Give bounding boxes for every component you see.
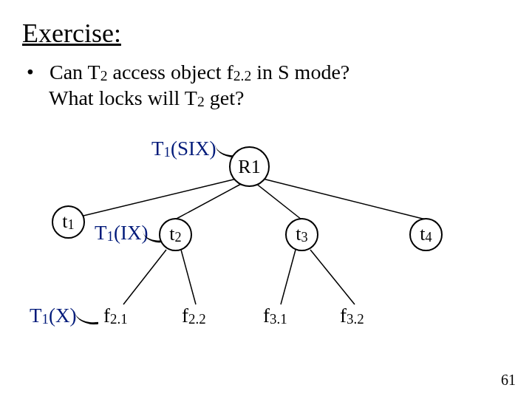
leaf-f31: f3.1 (263, 304, 287, 327)
q-line2-pre: What locks will T (49, 86, 197, 109)
svg-line-6 (281, 250, 296, 304)
svg-line-5 (181, 250, 196, 304)
q-line2-post: get? (205, 86, 245, 109)
node-R1: R1 (229, 146, 270, 187)
q-line1-sub2: 2.2 (233, 68, 252, 83)
q-line2-sub: 2 (197, 94, 205, 109)
node-t4: t4 (409, 218, 443, 251)
question-text: • Can T2 access object f2.2 in S mode? W… (27, 59, 510, 112)
svg-line-7 (310, 250, 355, 304)
slide-title: Exercise: (22, 18, 510, 49)
q-line1-sub1: 2 (100, 68, 108, 83)
q-line1-mid: access object f (108, 61, 233, 83)
svg-line-1 (175, 183, 242, 219)
q-line1-pre: Can T (50, 61, 100, 83)
node-t1: t1 (52, 205, 85, 239)
lock-label-x: T1(X) (30, 304, 76, 327)
lock-tree-diagram: T1(SIX) T1(IX) T1(X) R1 t1 t2 t3 t4 f2.1 (22, 133, 510, 377)
leaf-f21: f2.1 (103, 304, 128, 327)
svg-line-2 (256, 183, 301, 219)
page-number: 61 (501, 372, 516, 389)
svg-line-4 (123, 250, 166, 304)
lock-label-six: T1(SIX) (151, 137, 216, 160)
svg-line-0 (68, 179, 236, 219)
node-t2: t2 (159, 218, 192, 251)
leaf-f32: f3.2 (340, 304, 364, 327)
q-line1-post: in S mode? (251, 61, 349, 83)
node-t3: t3 (285, 218, 318, 251)
leaf-f22: f2.2 (182, 304, 206, 327)
lock-label-ix: T1(IX) (95, 222, 148, 245)
svg-line-3 (263, 179, 426, 219)
